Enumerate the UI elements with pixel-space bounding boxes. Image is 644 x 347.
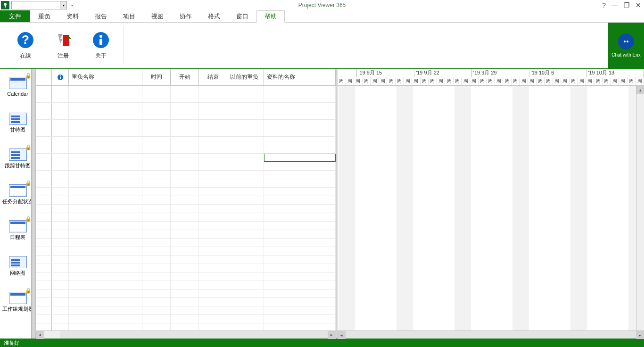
tab-1[interactable]: 资料 — [58, 10, 87, 22]
tab-2[interactable]: 报告 — [87, 10, 115, 22]
scroll-left-icon[interactable]: ◂ — [36, 331, 44, 339]
grid-body[interactable] — [36, 86, 336, 330]
timeline-day[interactable]: 周 — [553, 77, 561, 86]
table-row[interactable] — [36, 281, 336, 289]
gantt-body[interactable] — [338, 86, 644, 330]
timeline-day[interactable]: 周 — [338, 77, 346, 86]
table-row[interactable] — [36, 247, 336, 256]
gantt-horizontal-scrollbar[interactable]: ◂ ▸ — [338, 330, 644, 339]
grid-horizontal-scrollbar[interactable]: ◂ ▸ — [36, 330, 336, 339]
timeline-day[interactable]: 周 — [619, 77, 627, 86]
duration-column-header[interactable]: 时间 — [142, 69, 171, 85]
timeline-day[interactable]: 周 — [412, 77, 421, 86]
scroll-track[interactable] — [346, 331, 636, 339]
timeline-day[interactable]: 周 — [520, 77, 528, 86]
tab-5[interactable]: 协作 — [172, 10, 200, 22]
timeline-week[interactable]: '19 9月 29 — [472, 69, 529, 77]
table-row[interactable] — [36, 154, 336, 162]
timeline-day[interactable]: 周 — [470, 77, 479, 86]
table-row[interactable] — [36, 86, 336, 94]
table-row[interactable] — [36, 179, 336, 188]
timeline-day[interactable]: 周 — [479, 77, 487, 86]
table-row[interactable] — [36, 103, 336, 111]
maximize-button[interactable]: ❐ — [624, 1, 630, 9]
table-row[interactable] — [36, 264, 336, 273]
timeline-day[interactable]: 周 — [379, 77, 388, 86]
scroll-right-icon[interactable]: ▸ — [636, 331, 644, 339]
timeline-day[interactable]: 周 — [346, 77, 355, 86]
table-row[interactable] — [36, 111, 336, 120]
timeline-day[interactable]: 周 — [487, 77, 495, 86]
table-row[interactable] — [36, 289, 336, 298]
timeline-day[interactable]: 周 — [512, 77, 520, 86]
tab-6[interactable]: 格式 — [200, 10, 228, 22]
timeline-day[interactable]: 周 — [445, 77, 454, 86]
timeline-day[interactable]: 周 — [561, 77, 570, 86]
quick-access-combo[interactable]: ▾ — [11, 1, 67, 9]
timeline-day[interactable]: 周 — [611, 77, 619, 86]
timeline-day[interactable]: 周 — [404, 77, 413, 86]
scroll-left-icon[interactable]: ◂ — [338, 331, 346, 339]
table-row[interactable] — [36, 205, 336, 213]
table-row[interactable] — [36, 94, 336, 103]
timeline-day[interactable]: 周 — [454, 77, 462, 86]
scroll-up-icon[interactable]: ▴ — [636, 86, 644, 94]
timeline-day[interactable]: 周 — [354, 77, 363, 86]
timeline-week[interactable]: '19 10月 6 — [529, 69, 587, 77]
help-button[interactable]: ? — [602, 1, 606, 9]
timeline-week[interactable] — [338, 69, 357, 77]
close-button[interactable]: ✕ — [636, 1, 641, 9]
sidebar-view-5[interactable]: 网络图 — [0, 248, 35, 284]
name-column-header[interactable]: 重负名称 — [69, 69, 142, 85]
timeline-day[interactable]: 周 — [495, 77, 504, 86]
table-row[interactable] — [36, 162, 336, 171]
timeline-day[interactable]: 周 — [545, 77, 553, 86]
timeline-day[interactable]: 周 — [363, 77, 371, 86]
tab-3[interactable]: 项目 — [115, 10, 143, 22]
tab-0[interactable]: 重负 — [30, 10, 58, 22]
table-row[interactable] — [36, 256, 336, 264]
table-row[interactable] — [36, 222, 336, 230]
resources-column-header[interactable]: 资料的名称 — [264, 69, 336, 85]
table-row[interactable] — [36, 230, 336, 239]
table-row[interactable] — [36, 306, 336, 315]
tab-file[interactable]: 文件 — [0, 10, 30, 22]
about-button[interactable]: 关于 — [82, 24, 120, 66]
timeline-day[interactable]: 周 — [627, 77, 636, 86]
quick-access-customize[interactable]: ▾ — [70, 1, 74, 9]
minimize-button[interactable]: — — [611, 1, 618, 9]
start-column-header[interactable]: 开始 — [171, 69, 199, 85]
table-row[interactable] — [36, 196, 336, 205]
timeline-day[interactable]: 周 — [537, 77, 545, 86]
table-row[interactable] — [36, 137, 336, 145]
timeline-day[interactable]: 周 — [371, 77, 379, 86]
table-row[interactable] — [36, 120, 336, 128]
table-row[interactable] — [36, 273, 336, 281]
timeline-day[interactable]: 周 — [462, 77, 470, 86]
table-row[interactable] — [36, 213, 336, 222]
finish-column-header[interactable]: 结束 — [199, 69, 227, 85]
table-row[interactable] — [36, 145, 336, 154]
gantt-vertical-scrollbar[interactable]: ▴ — [636, 86, 644, 330]
timeline-week[interactable]: '19 9月 15 — [357, 69, 414, 77]
scroll-track[interactable] — [60, 331, 328, 339]
table-row[interactable] — [36, 315, 336, 323]
scroll-right-icon[interactable]: ▸ — [328, 331, 336, 339]
timeline-day[interactable]: 周 — [528, 77, 537, 86]
timeline-day[interactable]: 周 — [387, 77, 396, 86]
timeline-day[interactable]: 周 — [603, 77, 611, 86]
info-column-header[interactable] — [52, 69, 69, 85]
timeline-day[interactable]: 周 — [437, 77, 446, 86]
table-row[interactable] — [36, 239, 336, 247]
tab-4[interactable]: 视图 — [143, 10, 172, 22]
timeline-day[interactable]: 周 — [578, 77, 586, 86]
table-row[interactable] — [36, 171, 336, 179]
tab-7[interactable]: 窗口 — [228, 10, 256, 22]
sidebar-view-1[interactable]: 甘特图 — [0, 105, 35, 140]
timeline-day[interactable]: 周 — [429, 77, 437, 86]
chat-with-erix-button[interactable]: Chat with Erix — [608, 23, 644, 68]
row-number-header[interactable] — [36, 69, 52, 85]
timeline-day[interactable]: 周 — [594, 77, 603, 86]
table-row[interactable] — [36, 128, 336, 137]
timeline-week[interactable]: '19 9月 22 — [414, 69, 472, 77]
